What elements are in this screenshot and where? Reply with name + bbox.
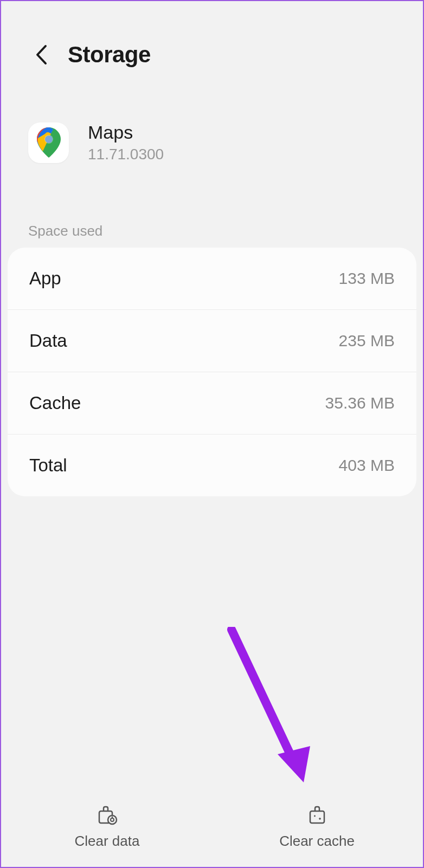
back-button[interactable]	[34, 43, 49, 67]
app-version: 11.71.0300	[88, 146, 164, 163]
clear-data-label: Clear data	[75, 833, 140, 850]
storage-value: 35.36 MB	[325, 394, 395, 412]
app-info: Maps 11.71.0300	[1, 89, 423, 179]
app-icon	[28, 122, 69, 163]
header: Storage	[1, 1, 423, 89]
storage-row-app: App 133 MB	[8, 248, 416, 310]
bottom-bar: Clear data Clear cache	[2, 786, 422, 867]
storage-label: Total	[29, 455, 67, 476]
storage-value: 403 MB	[339, 456, 395, 475]
svg-rect-5	[310, 811, 324, 823]
arrow-annotation	[223, 627, 321, 795]
storage-label: App	[29, 268, 61, 289]
storage-list: App 133 MB Data 235 MB Cache 35.36 MB To…	[8, 248, 416, 496]
clear-data-icon	[96, 804, 119, 826]
clear-data-button[interactable]: Clear data	[2, 786, 212, 867]
storage-row-total: Total 403 MB	[8, 435, 416, 496]
clear-cache-icon	[306, 804, 329, 826]
app-name: Maps	[88, 122, 164, 143]
section-label: Space used	[1, 179, 423, 248]
storage-value: 133 MB	[339, 269, 395, 288]
svg-point-1	[45, 135, 53, 143]
clear-cache-button[interactable]: Clear cache	[212, 786, 422, 867]
page-title: Storage	[68, 42, 151, 68]
maps-icon	[37, 127, 61, 158]
storage-label: Data	[29, 331, 67, 351]
clear-cache-label: Clear cache	[279, 833, 355, 850]
storage-label: Cache	[29, 393, 81, 413]
app-details: Maps 11.71.0300	[88, 122, 164, 163]
chevron-left-icon	[35, 44, 48, 66]
storage-row-cache: Cache 35.36 MB	[8, 372, 416, 435]
storage-value: 235 MB	[339, 332, 395, 350]
storage-row-data: Data 235 MB	[8, 310, 416, 372]
